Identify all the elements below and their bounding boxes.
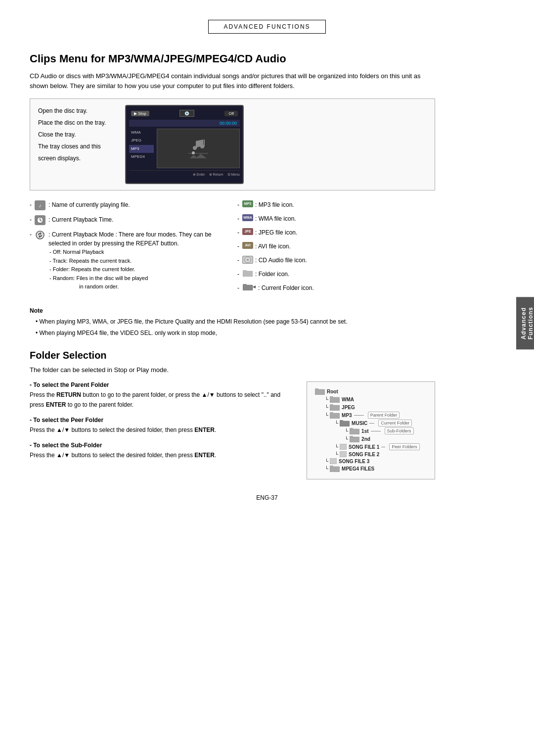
screen-ctrl-enter: ⊕ Enter [193, 173, 205, 177]
tree-label-mp3: MP3 [342, 413, 352, 418]
folder-instructions: - To select the Parent Folder Press the … [30, 381, 292, 479]
icon-avi: AVI [242, 242, 253, 249]
folder-icon-2nd [350, 435, 359, 442]
folder-content: - To select the Parent Folder Press the … [30, 381, 435, 479]
icon-row-1: - ♪ : Name of currently playing file. [30, 200, 227, 210]
page-number: ENG-37 [30, 494, 504, 501]
subsection-peer-folder: - To select the Peer Folder Press the ▲/… [30, 417, 292, 435]
screenshot-box: Open the disc tray. Place the disc on th… [30, 98, 435, 190]
svg-rect-18 [315, 388, 318, 390]
screen-menu-mp3: MP3 [129, 145, 154, 153]
tree-connector-music: └ [335, 421, 338, 426]
tree-label-music: MUSIC [352, 421, 367, 426]
instruction-line-3: Close the tray. [38, 129, 117, 141]
side-tab: AdvancedFunctions [516, 297, 534, 349]
screen-cd-icon: 💿 [184, 111, 189, 116]
screen-ctrl-menu: ☰ Menu [227, 173, 240, 177]
icon-cd [242, 256, 253, 264]
clips-intro-text: CD Audio or discs with MP3/WMA/JPEG/MPEG… [30, 71, 435, 91]
svg-rect-15 [243, 284, 247, 286]
tree-row-songfile3: └ SONG FILE 3 [325, 458, 427, 464]
screen-timebar: 00:00:00 [129, 120, 240, 127]
cd-svg [244, 256, 251, 263]
page-container: Advanced Functions Clips Menu for MP3/WM… [0, 0, 534, 756]
svg-point-1 [200, 144, 204, 148]
svg-rect-22 [330, 404, 333, 406]
icon-mp3: MP3 [242, 200, 253, 207]
clock-svg [37, 217, 44, 224]
note-title: Note [30, 307, 435, 314]
svg-rect-20 [330, 396, 333, 398]
icon-clock [35, 215, 45, 225]
tree-connector-songfile1: └ [335, 444, 338, 450]
songfile1-h-line [381, 447, 385, 447]
icon-music-note: ♪ [35, 200, 45, 210]
screen-off-btn: Off [224, 111, 238, 116]
tree-annotation-music: Current Folder [378, 420, 412, 426]
icon-row-1-text: : Name of currently playing file. [48, 200, 130, 209]
svg-rect-29 [350, 428, 353, 430]
subsection-sub-folder: - To select the Sub-Folder Press the ▲/▼… [30, 442, 292, 460]
tree-connector-songfile2: └ [335, 452, 338, 457]
svg-rect-24 [330, 412, 333, 414]
current-folder-svg [243, 284, 256, 290]
icon-jpeg-text: : JPEG file icon. [255, 228, 297, 237]
icon-row-3: - : Current Playback Mode : There are fo… [30, 230, 227, 291]
note-section: Note • When playing MP3, WMA, or JPEG fi… [30, 307, 435, 338]
folder-intro: The folder can be selected in Stop or Pl… [30, 366, 504, 374]
subitem-random-cont: in random order. [49, 283, 227, 291]
tree-connector-1st: └ [345, 428, 348, 434]
tree-annotation-mp3: Parent Folder [368, 412, 400, 419]
icon-current-folder-text: : Current Folder icon. [258, 284, 314, 292]
svg-marker-16 [253, 285, 256, 288]
instruction-line-4: The tray closes and this [38, 141, 117, 152]
tree-row-mpeg4: └ MPEG4 FILES [325, 465, 427, 472]
icon-row-cd: - : CD Audio file icon. [237, 256, 435, 265]
screen-music-graphic [186, 136, 211, 161]
tree-row-mp3: └ MP3 Parent Folder [325, 412, 427, 419]
icon-mp3-text: : MP3 file icon. [255, 200, 294, 209]
file-icon-songfile1 [340, 444, 347, 450]
icon-repeat [35, 230, 45, 240]
icon-jpeg: JPE [242, 228, 253, 235]
icon-row-2-text: : Current Playback Time. [48, 215, 113, 224]
svg-rect-32 [340, 444, 347, 450]
tree-label-songfile1: SONG FILE 1 [349, 444, 379, 450]
svg-rect-33 [340, 451, 347, 457]
icon-folder-text: : Folder icon. [255, 270, 289, 279]
tree-connector-songfile3: └ [325, 459, 328, 464]
folder-icon-1st [350, 427, 359, 434]
file-icon-songfile2 [340, 451, 347, 457]
svg-rect-26 [340, 420, 343, 422]
tree-row-jpeg: └ JPEG [325, 404, 427, 411]
icon-row-3-container: : Current Playback Mode : There are four… [48, 230, 227, 291]
subsection-sub-body: Press the ▲/▼ buttons to select the desi… [30, 451, 292, 460]
icon-avi-text: : AVI file icon. [255, 242, 291, 251]
folder-icon-wma [330, 396, 340, 403]
svg-point-11 [247, 259, 249, 261]
icon-cd-text: : CD Audio file icon. [255, 256, 307, 265]
note-bullet-2: • When playing MPEG4 file, the VIDEO SEL… [36, 329, 435, 338]
music-annotation-line: Current Folder [369, 420, 412, 426]
screen-menu-list: WMA JPEG MP3 MPEG4 [129, 129, 154, 168]
screen-ui: ▶ Stop 💿 Off 00:00:00 WMA JPEG MP3 MPEG4 [125, 105, 244, 184]
screen-menu-wma: WMA [129, 129, 154, 137]
subitem-off: - Off: Normal Playback [49, 248, 227, 257]
folder-icon-root [315, 388, 325, 395]
screen-body: WMA JPEG MP3 MPEG4 [129, 129, 240, 168]
songfile1-annotation-line: Peer Folders [381, 443, 420, 450]
icon-legend-left: - ♪ : Name of currently playing file. - … [30, 200, 227, 297]
tree-label-mpeg4: MPEG4 FILES [342, 466, 374, 472]
svg-rect-36 [330, 466, 333, 468]
tree-connector-2nd: └ [345, 436, 348, 442]
tree-label-jpeg: JPEG [342, 405, 355, 410]
clips-section-title: Clips Menu for MP3/WMA/JPEG/MPEG4/CD Aud… [30, 52, 504, 65]
subitem-track: - Track: Repeats the current track. [49, 257, 227, 266]
screenshot-instructions: Open the disc tray. Place the disc on th… [38, 105, 117, 184]
tree-label-1st: 1st [361, 428, 368, 434]
icon-wma-text: : WMA file icon. [255, 214, 296, 223]
subsection-parent-folder: - To select the Parent Folder Press the … [30, 381, 292, 409]
icon-row-folder: - : Folder icon. [237, 270, 435, 279]
icon-wma: WMA [242, 214, 253, 221]
tree-row-1st: └ 1st Sub-Folders [345, 427, 427, 434]
